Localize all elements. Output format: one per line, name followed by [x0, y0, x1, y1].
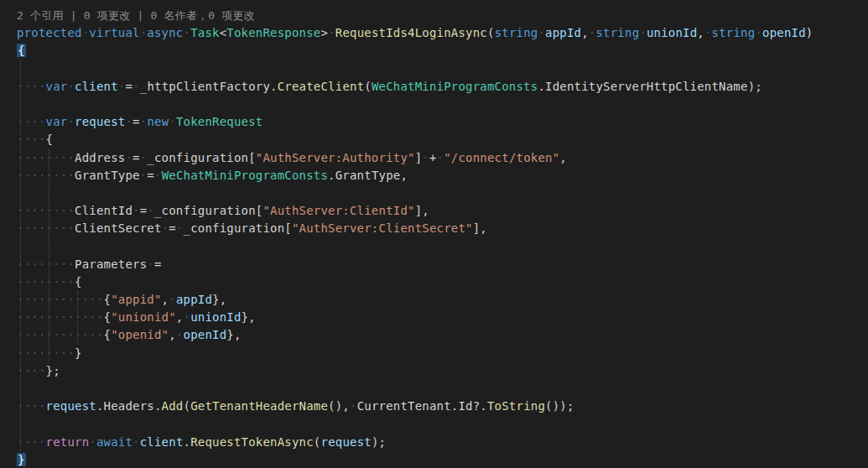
code-line[interactable]: {: [17, 42, 868, 60]
code-token-var: unionId: [647, 26, 697, 39]
code-line[interactable]: ····var·client·=·_httpClientFactory.Crea…: [17, 78, 868, 96]
code-line[interactable]: ····};: [17, 362, 868, 380]
code-token-punct: =: [133, 151, 140, 164]
code-line[interactable]: ····return·await·client.RequestTokenAsyn…: [17, 434, 868, 451]
whitespace-dots: ·: [169, 293, 176, 306]
code-line[interactable]: ········GrantType·=·WeChatMiniProgramCon…: [17, 167, 868, 185]
code-token-str: "unionid": [111, 310, 176, 324]
whitespace-dots: ·: [184, 26, 191, 39]
whitespace-dots: ·: [176, 328, 184, 341]
code-token-method: ToString: [487, 399, 545, 413]
whitespace-dots: ·: [350, 399, 357, 413]
code-token-var: appId: [176, 293, 212, 306]
code-line[interactable]: ············{"openid",·openId},: [17, 326, 868, 344]
code-token-var: client: [140, 435, 184, 449]
whitespace-dots: ·: [133, 435, 140, 449]
code-token-punct: ,: [176, 310, 184, 324]
code-token-punct: (: [184, 399, 191, 413]
whitespace-dots: ············: [17, 310, 104, 324]
code-line[interactable]: [17, 60, 868, 78]
code-line[interactable]: ············{"unionid",·unionId},: [17, 309, 868, 326]
code-token-kw: var: [46, 115, 68, 128]
code-token-plain: IdentityServerHttpClientName: [545, 80, 748, 93]
code-line[interactable]: ····request.Headers.Add(GetTenantHeaderN…: [17, 398, 868, 415]
whitespace-dots: ·: [176, 221, 184, 235]
code-token-str: "AuthServer:ClientSecret": [292, 221, 473, 235]
code-line[interactable]: [17, 380, 868, 398]
code-token-plain: Parameters: [75, 257, 147, 271]
code-line[interactable]: [17, 96, 868, 113]
code-token-punct: ,: [400, 169, 408, 182]
code-token-str: "AuthServer:Authority": [256, 151, 415, 164]
code-token-type: Task: [190, 26, 220, 39]
whitespace-dots: ·: [755, 26, 762, 39]
code-line[interactable]: protected·virtual·async·Task<TokenRespon…: [17, 24, 868, 42]
code-token-punct: (),: [328, 399, 350, 413]
code-token-punct: =: [169, 221, 176, 235]
whitespace-dots: ····: [17, 399, 46, 413]
code-token-punct: },: [212, 293, 226, 306]
whitespace-dots: ····: [17, 115, 46, 128]
code-token-punct: .: [538, 80, 545, 93]
code-token-str: "appid": [111, 293, 161, 306]
code-token-plain: _configuration: [154, 204, 256, 217]
whitespace-dots: ········: [17, 221, 75, 235]
whitespace-dots: ·: [125, 151, 133, 164]
code-token-brace: {: [17, 44, 26, 57]
whitespace-dots: ·: [184, 310, 191, 324]
code-token-plain: GrantType: [75, 169, 140, 182]
code-token-punct: =: [133, 115, 140, 128]
code-token-punct: ]: [415, 151, 423, 164]
whitespace-dots: ·: [639, 26, 647, 39]
codelens-references[interactable]: 2 个引用 | 0 项更改 | 0 名作者，0 项更改: [17, 9, 255, 22]
whitespace-dots: ········: [17, 151, 75, 164]
whitespace-dots: ·: [133, 80, 140, 93]
code-line[interactable]: ········Parameters·=: [17, 256, 868, 273]
code-token-punct: );: [372, 435, 386, 449]
code-token-kw: string: [495, 26, 538, 39]
code-token-punct: ,: [581, 26, 589, 39]
code-token-var: request: [46, 399, 96, 413]
code-editor[interactable]: 2 个引用 | 0 项更改 | 0 名作者，0 项更改 protected·vi…: [0, 0, 868, 468]
code-line[interactable]: [17, 237, 868, 255]
code-line[interactable]: }: [17, 451, 868, 468]
code-area[interactable]: 2 个引用 | 0 项更改 | 0 名作者，0 项更改 protected·vi…: [0, 0, 868, 468]
code-token-str: "openid": [111, 328, 169, 341]
whitespace-dots: ·: [67, 80, 75, 93]
code-token-punct: },: [242, 310, 256, 324]
code-token-punct: };: [46, 364, 60, 377]
code-token-punct: },: [226, 328, 241, 341]
code-token-var: unionId: [190, 310, 241, 324]
whitespace-dots: ·: [162, 221, 169, 235]
code-token-punct: .: [270, 80, 278, 93]
code-token-punct: =: [154, 257, 162, 271]
code-line[interactable]: ····var·request·=·new·TokenRequest: [17, 113, 868, 131]
code-line[interactable]: ········{: [17, 273, 868, 291]
code-token-kw: string: [595, 26, 639, 39]
code-line[interactable]: [17, 185, 868, 202]
code-token-punct: ,: [559, 151, 567, 164]
code-line[interactable]: ············{"appid",·appId},: [17, 291, 868, 309]
code-line[interactable]: ····{: [17, 131, 868, 148]
code-token-punct: =: [147, 169, 154, 182]
code-token-method: RequestTokenAsync: [190, 435, 314, 449]
whitespace-dots: ·: [538, 26, 545, 39]
whitespace-dots: ·: [328, 26, 335, 39]
whitespace-dots: ·: [169, 115, 176, 128]
whitespace-dots: ········: [17, 204, 75, 217]
whitespace-dots: ·: [133, 204, 140, 217]
code-line[interactable]: ········ClientId·=·_configuration["AuthS…: [17, 202, 868, 220]
code-token-plain: ClientId: [75, 204, 133, 217]
code-token-str: "AuthServer:ClientId": [262, 204, 414, 217]
code-line[interactable]: ········}: [17, 345, 868, 362]
code-token-punct: ());: [545, 399, 574, 413]
code-token-ret: return: [46, 435, 90, 449]
code-line[interactable]: [17, 415, 868, 433]
code-token-method: Add: [162, 399, 184, 413]
code-token-plain: _configuration: [147, 151, 248, 164]
code-token-type: WeChatMiniProgramConsts: [372, 80, 538, 93]
code-line[interactable]: ········ClientSecret·=·_configuration["A…: [17, 220, 868, 237]
code-token-plain: Headers: [104, 399, 154, 413]
code-token-var: request: [75, 115, 125, 128]
code-line[interactable]: ········Address·=·_configuration["AuthSe…: [17, 149, 868, 167]
